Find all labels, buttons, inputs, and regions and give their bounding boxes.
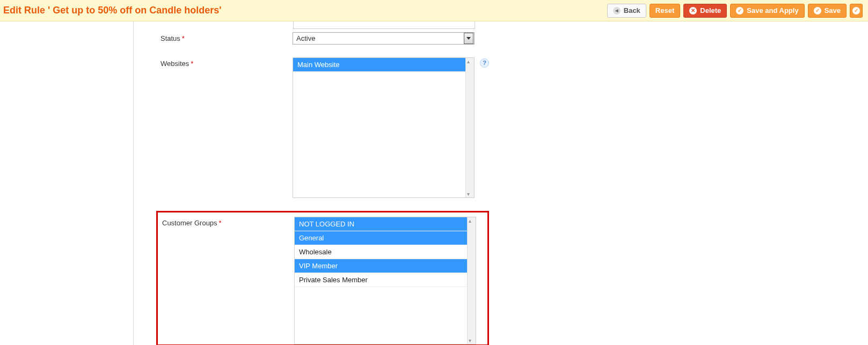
delete-button-label: Delete [700,6,721,14]
status-row: Status* Active [134,32,868,45]
save-and-apply-button-label: Save and Apply [747,6,798,14]
dropdown-arrow-icon [464,33,473,44]
page-title: Edit Rule ' Get up to 50% off on Candle … [3,5,222,16]
websites-multiselect[interactable]: Main Website [293,57,475,198]
status-label: Status* [134,32,293,42]
delete-button[interactable]: ✕ Delete [683,4,727,18]
page-header: Edit Rule ' Get up to 50% off on Candle … [0,0,868,21]
reset-button[interactable]: Reset [650,4,680,18]
form-panel: Status* Active Websites* Main Website [134,21,868,345]
check-icon: ✓ [852,7,860,14]
websites-row: Websites* Main Website ? [134,57,868,198]
left-sidebar [0,21,134,345]
back-button[interactable]: ◄ Back [607,4,646,18]
customer-groups-row: Customer Groups* NOT LOGGED INGeneralWho… [158,217,480,344]
back-arrow-icon: ◄ [613,7,621,14]
save-button[interactable]: ✓ Save [808,4,847,18]
customer-groups-option[interactable]: NOT LOGGED IN [295,217,468,231]
status-select[interactable]: Active [293,32,475,45]
status-label-text: Status [161,34,180,42]
status-select-value: Active [293,34,464,42]
customer-groups-option[interactable]: VIP Member [295,259,468,273]
scrollbar[interactable] [467,217,476,344]
reset-button-label: Reset [655,6,674,14]
required-asterisk: * [191,60,193,68]
save-and-apply-button[interactable]: ✓ Save and Apply [730,4,804,18]
save-button-label: Save [825,6,841,14]
previous-field-stub [293,21,475,29]
required-asterisk: * [219,219,222,227]
required-asterisk: * [182,34,185,42]
delete-icon: ✕ [689,7,697,14]
check-icon: ✓ [736,7,743,14]
help-icon[interactable]: ? [480,58,489,68]
websites-label-text: Websites [161,60,189,68]
check-icon: ✓ [814,7,821,14]
websites-option[interactable]: Main Website [293,58,466,72]
scrollbar[interactable] [465,58,474,197]
customer-groups-label-text: Customer Groups [162,219,217,227]
customer-groups-label: Customer Groups* [158,217,294,227]
overflow-button[interactable]: ✓ [850,4,863,18]
customer-groups-option[interactable]: Private Sales Member [295,273,468,287]
customer-groups-multiselect[interactable]: NOT LOGGED INGeneralWholesaleVIP MemberP… [294,217,476,344]
customer-groups-highlight: Customer Groups* NOT LOGGED INGeneralWho… [156,211,489,345]
customer-groups-option[interactable]: General [295,231,468,245]
customer-groups-option[interactable]: Wholesale [295,245,468,259]
header-actions: ◄ Back Reset ✕ Delete ✓ Save and Apply ✓… [607,4,863,18]
websites-label: Websites* [134,57,293,68]
back-button-label: Back [624,6,640,14]
